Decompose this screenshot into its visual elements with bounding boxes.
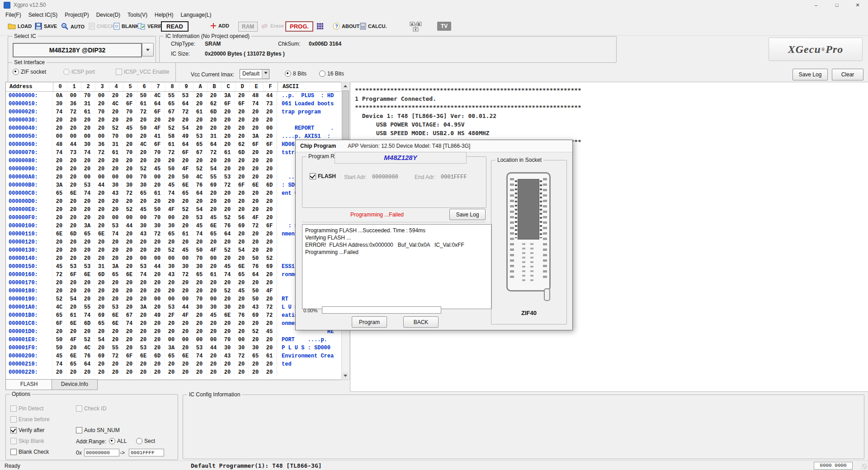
hex-byte-cell[interactable]: 20 xyxy=(193,279,207,287)
hex-byte-cell[interactable]: 20 xyxy=(235,189,249,197)
hex-byte-cell[interactable]: 20 xyxy=(137,238,151,246)
hex-byte-cell[interactable]: 20 xyxy=(151,320,165,328)
hex-byte-cell[interactable]: 20 xyxy=(66,222,80,230)
hex-byte-cell[interactable]: 20 xyxy=(165,238,179,246)
hex-byte-cell[interactable]: 20 xyxy=(108,238,123,246)
tab-flash[interactable]: FLASH xyxy=(5,379,52,390)
hex-byte-cell[interactable]: 73 xyxy=(263,100,277,108)
hex-byte-cell[interactable]: 20 xyxy=(249,320,263,328)
hex-byte-cell[interactable]: 20 xyxy=(52,124,66,132)
hex-byte-cell[interactable]: 3A xyxy=(137,303,151,311)
ic-dropdown-button[interactable] xyxy=(142,43,154,56)
hex-byte-cell[interactable]: 20 xyxy=(221,295,235,303)
hex-byte-cell[interactable]: 62 xyxy=(235,141,249,149)
hex-byte-cell[interactable]: 20 xyxy=(108,165,123,173)
hex-byte-cell[interactable]: 20 xyxy=(123,92,137,100)
hex-byte-cell[interactable]: 20 xyxy=(52,206,66,214)
hex-byte-cell[interactable]: 20 xyxy=(52,368,66,376)
hex-byte-cell[interactable]: 20 xyxy=(151,181,165,189)
hex-byte-cell[interactable]: 20 xyxy=(221,189,235,197)
hex-byte-cell[interactable]: 20 xyxy=(108,368,123,376)
hex-byte-cell[interactable]: 20 xyxy=(123,254,137,263)
hex-byte-cell[interactable]: 20 xyxy=(235,230,249,238)
hex-byte-cell[interactable]: 20 xyxy=(80,206,94,214)
hex-byte-cell[interactable]: 20 xyxy=(235,132,249,141)
hex-byte-cell[interactable]: 20 xyxy=(66,328,80,336)
hex-byte-cell[interactable]: 20 xyxy=(249,108,263,116)
hex-byte-cell[interactable]: 20 xyxy=(263,368,277,376)
hex-byte-cell[interactable]: 64 xyxy=(221,230,235,238)
hex-byte-cell[interactable]: 53 xyxy=(80,263,94,271)
hex-byte-cell[interactable]: 00 xyxy=(94,92,108,100)
hex-byte-cell[interactable]: 6F xyxy=(123,352,137,360)
hex-byte-cell[interactable]: 74 xyxy=(52,149,66,157)
hex-byte-cell[interactable]: 30 xyxy=(235,344,249,352)
hex-byte-cell[interactable]: 50 xyxy=(165,165,179,173)
hex-byte-cell[interactable]: 00 xyxy=(80,132,94,141)
hex-byte-cell[interactable]: 52 xyxy=(221,287,235,295)
hex-byte-cell[interactable]: 20 xyxy=(221,238,235,246)
hex-byte-cell[interactable]: 30 xyxy=(207,303,221,311)
hex-byte-cell[interactable]: 20 xyxy=(108,108,123,116)
hex-byte-cell[interactable]: 20 xyxy=(207,157,221,165)
scrollbar-thumb[interactable] xyxy=(342,90,349,141)
hex-byte-cell[interactable]: 20 xyxy=(137,149,151,157)
hex-byte-cell[interactable]: 31 xyxy=(108,141,123,149)
hex-byte-cell[interactable]: 65 xyxy=(94,320,108,328)
hex-byte-cell[interactable]: 00 xyxy=(235,336,249,344)
hex-byte-cell[interactable]: 61 xyxy=(165,141,179,149)
hex-byte-cell[interactable]: 20 xyxy=(207,360,221,368)
tab-device-info[interactable]: Device.Info xyxy=(52,379,98,390)
hex-byte-cell[interactable]: 20 xyxy=(123,303,137,311)
hex-byte-cell[interactable]: 65 xyxy=(179,189,193,197)
hex-byte-cell[interactable]: 20 xyxy=(94,100,108,108)
hex-byte-cell[interactable]: 20 xyxy=(221,157,235,165)
hex-byte-cell[interactable]: 20 xyxy=(66,173,80,181)
hex-byte-cell[interactable]: 20 xyxy=(52,173,66,181)
hex-byte-cell[interactable]: 52 xyxy=(165,124,179,132)
hex-byte-cell[interactable]: 20 xyxy=(137,295,151,303)
hex-byte-cell[interactable]: 3A xyxy=(221,92,235,100)
hex-byte-cell[interactable]: 4C xyxy=(52,303,66,311)
hex-byte-cell[interactable]: 44 xyxy=(263,92,277,100)
hex-byte-cell[interactable]: 20 xyxy=(123,116,137,124)
hex-byte-cell[interactable]: 20 xyxy=(80,165,94,173)
hex-byte-cell[interactable]: 4F xyxy=(179,311,193,320)
hex-byte-cell[interactable]: 20 xyxy=(249,197,263,206)
hex-byte-cell[interactable]: 20 xyxy=(137,279,151,287)
hex-byte-cell[interactable]: 31 xyxy=(80,100,94,108)
hex-byte-cell[interactable]: 20 xyxy=(151,328,165,336)
hex-byte-cell[interactable]: 00 xyxy=(137,254,151,263)
ic-list-button[interactable] xyxy=(316,23,324,30)
hex-byte-cell[interactable]: 50 xyxy=(52,344,66,352)
hex-byte-cell[interactable]: 20 xyxy=(235,92,249,100)
hex-byte-cell[interactable]: 20 xyxy=(249,165,263,173)
selected-ic-display[interactable]: M48Z128Y @DIP32 xyxy=(13,43,142,57)
hex-byte-cell[interactable]: 6E xyxy=(108,311,123,320)
hex-byte-cell[interactable]: 20 xyxy=(137,320,151,328)
vcc-imax-select[interactable]: Default xyxy=(240,69,269,79)
hex-byte-cell[interactable]: 58 xyxy=(165,132,179,141)
hex-byte-cell[interactable]: 20 xyxy=(151,360,165,368)
hex-byte-cell[interactable]: 74 xyxy=(80,311,94,320)
hex-byte-cell[interactable]: 20 xyxy=(137,360,151,368)
hex-byte-cell[interactable]: 20 xyxy=(80,214,94,222)
hex-byte-cell[interactable]: 52 xyxy=(80,336,94,344)
hex-byte-cell[interactable]: 20 xyxy=(179,328,193,336)
hex-byte-cell[interactable]: 45 xyxy=(179,246,193,254)
hex-ascii-cell[interactable]: REPORT . xyxy=(277,124,342,132)
hex-byte-cell[interactable]: 72 xyxy=(179,108,193,116)
hex-byte-cell[interactable]: 20 xyxy=(151,279,165,287)
hex-byte-cell[interactable]: 30 xyxy=(249,344,263,352)
hex-byte-cell[interactable]: 6F xyxy=(151,141,165,149)
hex-byte-cell[interactable]: 4C xyxy=(80,344,94,352)
hex-byte-cell[interactable]: 64 xyxy=(207,141,221,149)
hex-byte-cell[interactable]: 20 xyxy=(123,344,137,352)
hex-byte-cell[interactable]: 30 xyxy=(151,222,165,230)
hex-byte-cell[interactable]: 20 xyxy=(207,92,221,100)
hex-byte-cell[interactable]: 20 xyxy=(193,92,207,100)
hex-byte-cell[interactable]: 20 xyxy=(221,254,235,263)
hex-byte-cell[interactable]: 52 xyxy=(263,254,277,263)
hex-byte-cell[interactable]: 30 xyxy=(193,263,207,271)
hex-byte-cell[interactable]: 20 xyxy=(179,279,193,287)
